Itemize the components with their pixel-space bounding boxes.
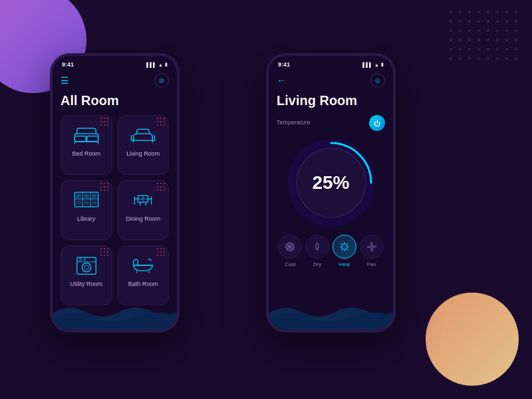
svg-point-81 bbox=[84, 259, 86, 261]
status-icons-left: ▌▌▌ ▲ ▮ bbox=[146, 62, 168, 67]
room-card-bedroom[interactable]: Bed Room bbox=[61, 115, 112, 175]
svg-point-9 bbox=[459, 20, 462, 23]
fan-label: Fan bbox=[367, 261, 376, 267]
temp-dial-container: 25% bbox=[277, 136, 385, 229]
phone-right: 9:41 ▌▌▌ ▲ ▮ ← ◎ Living Room Temperature… bbox=[266, 53, 396, 332]
svg-rect-64 bbox=[92, 201, 96, 205]
svg-point-23 bbox=[515, 29, 517, 32]
back-icon-right[interactable]: ← bbox=[277, 75, 286, 86]
location-icon-left[interactable]: ◎ bbox=[154, 73, 169, 88]
svg-point-13 bbox=[496, 20, 499, 23]
status-time-left: 9:41 bbox=[62, 61, 74, 68]
heat-label: Heat bbox=[338, 261, 350, 267]
svg-point-36 bbox=[487, 48, 489, 51]
svg-point-11 bbox=[477, 20, 480, 23]
svg-point-152 bbox=[342, 244, 347, 249]
svg-rect-50 bbox=[87, 136, 98, 142]
svg-point-34 bbox=[468, 48, 471, 51]
library-icon bbox=[70, 188, 102, 211]
diningroom-label: Dining Room bbox=[126, 215, 160, 222]
dry-label: Dry bbox=[313, 261, 321, 267]
control-cool[interactable]: Cool bbox=[278, 235, 302, 267]
svg-rect-49 bbox=[74, 136, 86, 142]
wifi-icon-right: ▲ bbox=[374, 63, 379, 67]
svg-point-8 bbox=[450, 20, 452, 23]
svg-point-47 bbox=[515, 57, 517, 60]
svg-rect-61 bbox=[92, 194, 96, 198]
menu-icon-left[interactable]: ☰ bbox=[61, 75, 69, 86]
svg-point-29 bbox=[496, 39, 499, 41]
livingroom-icon bbox=[127, 122, 159, 146]
svg-line-158 bbox=[347, 249, 348, 250]
svg-line-157 bbox=[341, 243, 342, 244]
svg-rect-60 bbox=[84, 194, 88, 198]
bedroom-label: Bed Room bbox=[72, 150, 100, 157]
status-icons-right: ▌▌▌ ▲ ▮ bbox=[362, 62, 384, 67]
svg-point-20 bbox=[487, 29, 489, 32]
wifi-icon-left: ▲ bbox=[158, 63, 163, 67]
battery-icon-left: ▮ bbox=[165, 62, 168, 67]
svg-point-39 bbox=[515, 48, 517, 51]
svg-point-33 bbox=[459, 48, 462, 51]
svg-point-19 bbox=[477, 29, 480, 32]
svg-rect-63 bbox=[84, 201, 88, 205]
svg-rect-62 bbox=[76, 201, 81, 205]
room-card-diningroom[interactable]: Dining Room bbox=[118, 180, 170, 240]
phone-left-header: ☰ ◎ bbox=[61, 73, 169, 88]
svg-point-42 bbox=[468, 57, 471, 60]
room-grid: Bed Room bbox=[61, 115, 169, 305]
power-button[interactable]: ⏻ bbox=[369, 115, 385, 131]
svg-point-26 bbox=[468, 39, 471, 41]
svg-point-35 bbox=[477, 48, 480, 51]
svg-point-2 bbox=[468, 11, 471, 13]
location-icon-right[interactable]: ◎ bbox=[370, 73, 385, 88]
room-card-library[interactable]: Library bbox=[61, 180, 112, 240]
svg-point-44 bbox=[487, 57, 489, 60]
page-title-right: Living Room bbox=[277, 93, 385, 108]
utilityroom-label: Utility Room bbox=[70, 281, 102, 287]
control-dry[interactable]: Dry bbox=[305, 235, 329, 267]
control-heat[interactable]: Heat bbox=[332, 235, 356, 267]
svg-point-6 bbox=[505, 11, 508, 13]
svg-point-38 bbox=[505, 48, 508, 51]
svg-rect-48 bbox=[74, 134, 98, 142]
phone-left-content: ☰ ◎ All Room bbox=[53, 70, 177, 330]
svg-point-45 bbox=[496, 57, 499, 60]
svg-point-37 bbox=[496, 48, 499, 51]
phone-left: 9:41 ▌▌▌ ▲ ▮ ☰ ◎ All Room bbox=[50, 53, 180, 332]
phone-right-content: ← ◎ Living Room Temperature ⏻ 25% bbox=[269, 70, 393, 330]
bg-decoration-peach bbox=[426, 293, 519, 386]
svg-point-32 bbox=[450, 48, 452, 51]
dry-icon bbox=[305, 235, 329, 259]
svg-point-21 bbox=[496, 29, 499, 32]
temp-dial[interactable]: 25% bbox=[285, 136, 378, 229]
svg-point-14 bbox=[505, 20, 508, 23]
svg-point-3 bbox=[477, 11, 480, 13]
svg-point-43 bbox=[477, 57, 480, 60]
svg-point-46 bbox=[505, 57, 508, 60]
svg-point-1 bbox=[459, 11, 462, 13]
svg-point-40 bbox=[450, 57, 452, 60]
signal-icon-left: ▌▌▌ bbox=[146, 63, 156, 67]
phone-right-notch bbox=[308, 56, 354, 68]
bathroom-icon bbox=[127, 253, 159, 277]
section-label: Temperature bbox=[277, 119, 311, 126]
fan-icon bbox=[360, 235, 384, 259]
svg-point-24 bbox=[450, 39, 452, 41]
control-fan[interactable]: Fan bbox=[360, 235, 384, 267]
svg-point-78 bbox=[84, 265, 88, 270]
svg-rect-59 bbox=[76, 194, 81, 198]
svg-point-25 bbox=[459, 39, 462, 41]
svg-point-10 bbox=[468, 20, 471, 23]
svg-point-77 bbox=[82, 263, 90, 271]
svg-line-159 bbox=[347, 243, 348, 244]
svg-point-80 bbox=[79, 259, 81, 261]
svg-point-28 bbox=[487, 39, 489, 41]
svg-point-18 bbox=[468, 29, 471, 32]
svg-line-160 bbox=[341, 249, 342, 250]
page-title-left: All Room bbox=[61, 93, 169, 108]
room-card-livingroom[interactable]: Living Room bbox=[118, 115, 170, 175]
cool-label: Cool bbox=[285, 261, 295, 267]
diningroom-icon bbox=[127, 188, 159, 211]
bg-dots-top: // dots rendered via SVG inline bbox=[446, 7, 525, 73]
